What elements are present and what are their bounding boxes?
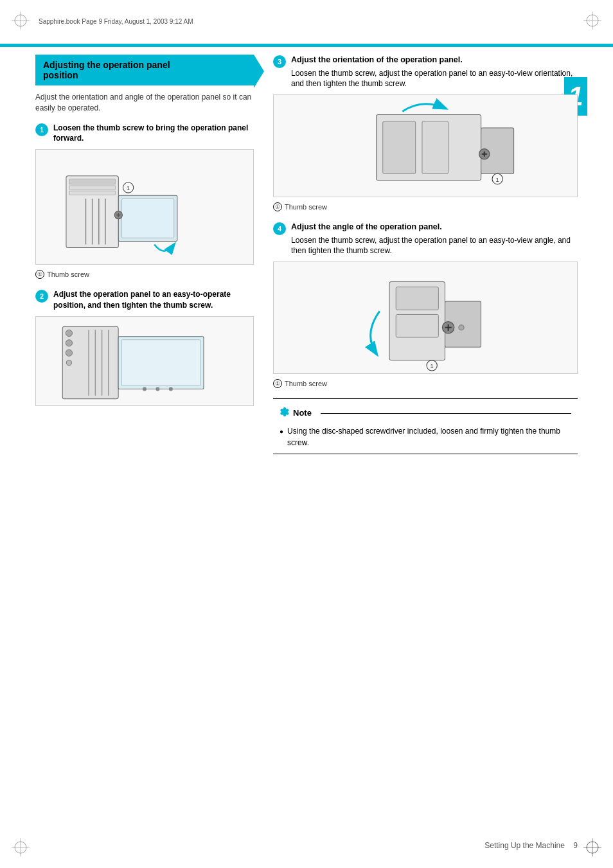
svg-text:1: 1	[127, 185, 130, 191]
file-info: Sapphire.book Page 9 Friday, August 1, 2…	[39, 18, 193, 25]
step-3-diagram: 1	[273, 94, 578, 197]
left-column: Adjusting the operation panel position A…	[35, 55, 254, 454]
svg-rect-42	[383, 121, 416, 174]
note-bullet: Using the disc-shaped screwdriver includ…	[280, 425, 571, 448]
corner-mark-tl	[12, 12, 30, 30]
corner-mark-bl	[12, 838, 30, 856]
svg-rect-43	[422, 121, 449, 174]
step-4-title: Adjust the angle of the operation panel.	[291, 222, 578, 233]
step-1-title: Loosen the thumb screw to bring the oper…	[53, 123, 254, 145]
right-column: 3 Adjust the orientation of the operatio…	[273, 55, 578, 454]
step-3-header: 3 Adjust the orientation of the operatio…	[273, 55, 578, 89]
svg-point-57	[459, 325, 464, 330]
corner-mark-tr	[583, 12, 601, 30]
section-subtitle: Adjust the orientation and angle of the …	[35, 92, 254, 114]
note-header: ✽ Note	[280, 404, 571, 421]
step-2-header: 2 Adjust the operation panel to an easy-…	[35, 289, 254, 311]
step-2-title: Adjust the operation panel to an easy-to…	[53, 289, 254, 311]
svg-point-39	[155, 387, 159, 391]
step-1-header: 1 Loosen the thumb screw to bring the op…	[35, 123, 254, 145]
step-4-diagram: 1	[273, 261, 578, 374]
step-4-caption: ① Thumb screw	[273, 379, 578, 388]
step-3-title: Adjust the orientation of the operation …	[291, 55, 578, 66]
svg-rect-21	[121, 199, 173, 238]
footer-text: Setting Up the Machine 9	[484, 841, 578, 850]
note-text: Using the disc-shaped screwdriver includ…	[287, 425, 571, 448]
two-column-layout: Adjusting the operation panel position A…	[35, 55, 578, 454]
step-3-desc: Loosen the thumb screw, adjust the opera…	[291, 68, 578, 90]
step-4: 4 Adjust the angle of the operation pane…	[273, 222, 578, 388]
step-4-number: 4	[273, 222, 286, 235]
svg-rect-37	[121, 340, 200, 386]
step-1-caption-num: ①	[35, 270, 44, 279]
step-4-caption-num: ①	[273, 379, 282, 388]
step-1: 1 Loosen the thumb screw to bring the op…	[35, 123, 254, 279]
note-box: ✽ Note Using the disc-shaped screwdriver…	[273, 398, 578, 454]
step-3-number: 3	[273, 55, 286, 68]
corner-mark-br	[583, 838, 601, 856]
note-icon: ✽	[280, 404, 289, 421]
svg-point-29	[66, 340, 72, 346]
svg-text:1: 1	[431, 363, 434, 369]
step-2-number: 2	[35, 290, 48, 303]
step-3-caption: ① Thumb screw	[273, 202, 578, 211]
section-title: Adjusting the operation panel position	[43, 60, 246, 80]
main-content: Adjusting the operation panel position A…	[35, 55, 578, 829]
svg-point-30	[66, 350, 72, 356]
section-heading: Adjusting the operation panel position	[35, 55, 254, 85]
step-4-header: 4 Adjust the angle of the operation pane…	[273, 222, 578, 256]
step-3-caption-num: ①	[273, 202, 282, 211]
top-border	[0, 44, 613, 47]
step-1-diagram: 1	[35, 149, 254, 265]
svg-rect-51	[396, 287, 438, 310]
step-1-caption: ① Thumb screw	[35, 270, 254, 279]
footer: Setting Up the Machine 9	[35, 841, 578, 850]
svg-rect-52	[396, 315, 438, 338]
svg-point-28	[66, 330, 72, 336]
svg-point-38	[143, 387, 147, 391]
step-2: 2 Adjust the operation panel to an easy-…	[35, 289, 254, 406]
svg-rect-13	[69, 179, 115, 184]
svg-point-31	[66, 360, 71, 365]
step-1-number: 1	[35, 123, 48, 136]
svg-rect-15	[69, 191, 115, 195]
step-3: 3 Adjust the orientation of the operatio…	[273, 55, 578, 211]
svg-point-40	[169, 387, 173, 391]
step-4-desc: Loosen the thumb screw, adjust the opera…	[291, 235, 578, 257]
svg-text:1: 1	[496, 177, 499, 183]
note-label: Note	[293, 407, 312, 420]
svg-rect-14	[69, 186, 115, 190]
step-2-diagram	[35, 316, 254, 406]
